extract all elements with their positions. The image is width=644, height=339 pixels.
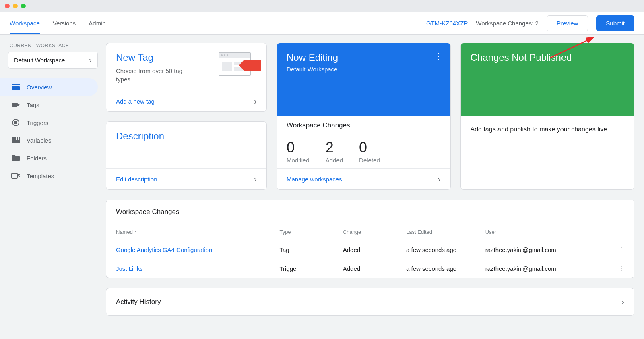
tag-illustration-icon (219, 52, 257, 80)
changes-not-published-body: Add tags and publish to make your change… (471, 125, 625, 134)
workspace-selector-label: Default Workspace (14, 57, 65, 64)
svg-rect-2 (12, 86, 20, 90)
svg-rect-5 (12, 140, 20, 143)
folder-icon (11, 154, 20, 162)
template-icon (11, 171, 20, 180)
now-editing-subtitle: Default Workspace (287, 66, 441, 73)
new-tag-title: New Tag (116, 52, 192, 63)
changes-not-published-card: Changes Not Published Add tags and publi… (460, 43, 635, 190)
window-titlebar (0, 0, 644, 12)
stat-added: 2 Added (326, 139, 343, 164)
top-nav: Workspace Versions Admin GTM-KZ64XZP Wor… (0, 12, 644, 35)
change-name-link[interactable]: Google Analytics GA4 Configuration (116, 246, 212, 253)
table-row[interactable]: Just Links Trigger Added a few seconds a… (106, 259, 634, 278)
workspace-changes-panel-title: Workspace Changes (106, 200, 634, 224)
sidebar-item-label: Triggers (27, 119, 48, 126)
tab-admin[interactable]: Admin (89, 12, 106, 34)
sidebar-item-overview[interactable]: Overview (0, 78, 98, 96)
chevron-right-icon: › (438, 175, 441, 184)
svg-rect-10 (12, 173, 17, 178)
sidebar-item-label: Overview (27, 84, 52, 91)
col-change[interactable]: Change (333, 224, 396, 240)
now-editing-title: Now Editing (287, 52, 441, 63)
svg-point-4 (14, 121, 17, 124)
new-tag-subtitle: Choose from over 50 tag types (116, 67, 192, 83)
now-editing-card: Now Editing Default Workspace ⋮ Workspac… (277, 43, 451, 190)
current-workspace-heading: CURRENT WORKSPACE (8, 43, 98, 48)
stat-modified: 0 Modified (287, 139, 310, 164)
variables-icon (11, 136, 20, 145)
sidebar-item-label: Folders (27, 155, 47, 162)
changes-not-published-title: Changes Not Published (471, 52, 625, 63)
preview-button[interactable]: Preview (547, 15, 588, 31)
sidebar-item-tags[interactable]: Tags (0, 96, 98, 114)
dashboard-icon (11, 83, 20, 92)
change-name-link[interactable]: Just Links (116, 265, 143, 272)
svg-rect-7 (14, 137, 16, 140)
tab-versions[interactable]: Versions (53, 12, 76, 34)
svg-rect-9 (19, 137, 20, 140)
col-type[interactable]: Type (270, 224, 333, 240)
now-editing-more-button[interactable]: ⋮ (434, 51, 442, 61)
col-last-edited[interactable]: Last Edited (396, 224, 476, 240)
new-tag-card: New Tag Choose from over 50 tag types (106, 43, 267, 112)
sidebar-item-label: Templates (27, 173, 54, 179)
activity-history-title: Activity History (116, 298, 161, 306)
window-minimize-icon[interactable] (13, 4, 18, 8)
chevron-right-icon: › (621, 297, 624, 306)
description-card: Description Edit description › (106, 121, 267, 190)
chevron-right-icon: › (254, 175, 257, 184)
svg-rect-1 (12, 84, 20, 85)
row-more-button[interactable]: ⋮ (609, 259, 634, 278)
sidebar: CURRENT WORKSPACE Default Workspace › Ov… (0, 35, 103, 324)
edit-description-button[interactable]: Edit description › (106, 168, 266, 189)
workspace-changes-count: Workspace Changes: 2 (476, 20, 539, 27)
submit-button[interactable]: Submit (596, 15, 634, 31)
sort-asc-icon: ↑ (134, 229, 137, 235)
trigger-icon (11, 118, 20, 127)
chevron-right-icon: › (89, 56, 92, 65)
col-name[interactable]: Named↑ (106, 224, 270, 240)
svg-rect-6 (12, 137, 14, 140)
sidebar-item-label: Tags (27, 102, 39, 108)
sidebar-item-variables[interactable]: Variables (0, 131, 98, 149)
tab-workspace[interactable]: Workspace (10, 12, 40, 34)
sidebar-item-templates[interactable]: Templates (0, 167, 98, 185)
workspace-changes-panel: Workspace Changes Named↑ Type Change Las… (106, 200, 634, 278)
container-id-link[interactable]: GTM-KZ64XZP (426, 20, 468, 27)
sidebar-item-triggers[interactable]: Triggers (0, 114, 98, 131)
manage-workspaces-button[interactable]: Manage workspaces › (277, 168, 450, 189)
tag-icon (11, 100, 20, 109)
svg-rect-8 (17, 137, 18, 140)
activity-history-panel[interactable]: Activity History › (106, 288, 634, 316)
window-close-icon[interactable] (5, 4, 10, 8)
window-maximize-icon[interactable] (21, 4, 26, 8)
workspace-selector[interactable]: Default Workspace › (8, 52, 98, 69)
sidebar-item-folders[interactable]: Folders (0, 149, 98, 167)
table-row[interactable]: Google Analytics GA4 Configuration Tag A… (106, 240, 634, 259)
sidebar-item-label: Variables (27, 137, 51, 144)
stat-deleted: 0 Deleted (359, 139, 380, 164)
row-more-button[interactable]: ⋮ (609, 240, 634, 259)
workspace-changes-title: Workspace Changes (277, 116, 450, 129)
col-user[interactable]: User (476, 224, 609, 240)
chevron-right-icon: › (254, 97, 257, 106)
add-new-tag-button[interactable]: Add a new tag › (106, 91, 266, 112)
description-title: Description (116, 131, 257, 142)
